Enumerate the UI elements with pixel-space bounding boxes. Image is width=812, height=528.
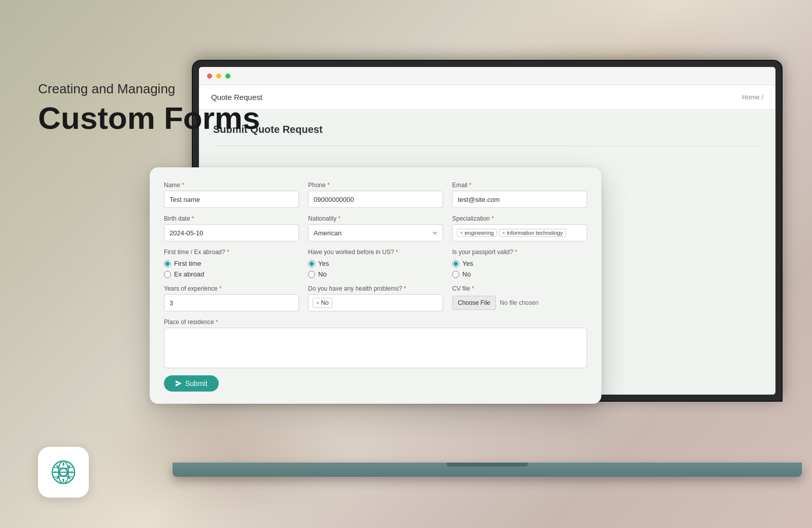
choose-file-button[interactable]: Choose File	[452, 296, 496, 310]
laptop-hinge	[447, 463, 528, 467]
phone-input[interactable]	[308, 191, 443, 208]
form-grid: Name * Phone * Email * Birth date *	[164, 182, 587, 368]
laptop-base	[173, 463, 802, 477]
nationality-select[interactable]: American	[308, 224, 443, 241]
tag-remove-no-health[interactable]: ×	[316, 300, 319, 306]
nationality-group: Nationality * American	[308, 215, 443, 241]
radio-ex-abroad-label: Ex abroad	[174, 270, 204, 278]
file-chosen-text: No file chosen	[500, 299, 538, 306]
tag-engineering: × engineering	[457, 229, 497, 237]
breadcrumb: Home /	[742, 93, 763, 101]
passport-valid-group: Is your passport valid? * Yes No	[452, 249, 587, 278]
name-label: Name *	[164, 182, 299, 189]
browser-minimize	[216, 74, 221, 79]
residence-label: Place of residence *	[164, 319, 587, 326]
birth-date-input[interactable]	[164, 224, 299, 241]
health-problems-group: Do you have any health problems? * × No	[308, 285, 443, 311]
first-time-label: First time / Ex abroad? *	[164, 249, 299, 256]
form-card: Name * Phone * Email * Birth date *	[150, 167, 601, 404]
passport-radio-group: Yes No	[452, 258, 587, 278]
first-time-group: First time / Ex abroad? * First time Ex …	[164, 249, 299, 278]
worked-us-group: Have you worked before in US? * Yes No	[308, 249, 443, 278]
left-panel: Creating and Managing Custom Forms	[38, 81, 260, 135]
name-group: Name *	[164, 182, 299, 208]
browser-header	[199, 67, 775, 85]
app-icon	[38, 447, 89, 498]
radio-passport-no[interactable]: No	[452, 270, 587, 278]
subtitle: Creating and Managing	[38, 81, 260, 97]
years-exp-label: Years of experience *	[164, 285, 299, 292]
worked-us-label: Have you worked before in US? *	[308, 249, 443, 256]
radio-first-time[interactable]: First time	[164, 260, 299, 267]
radio-first-time-label: First time	[174, 260, 201, 267]
radio-worked-yes[interactable]: Yes	[308, 260, 443, 267]
email-label: Email *	[452, 182, 587, 189]
radio-worked-no-input[interactable]	[308, 271, 315, 278]
radio-passport-no-input[interactable]	[452, 271, 459, 278]
years-exp-group: Years of experience *	[164, 285, 299, 311]
tag-no-health: × No	[313, 298, 332, 308]
phone-group: Phone *	[308, 182, 443, 208]
tag-remove-info-tech[interactable]: ×	[502, 230, 505, 236]
tag-info-tech: × information technology	[499, 229, 566, 237]
radio-passport-yes[interactable]: Yes	[452, 260, 587, 267]
radio-worked-yes-input[interactable]	[308, 260, 315, 267]
health-tag-label: No	[321, 299, 328, 306]
health-problems-label: Do you have any health problems? *	[308, 285, 443, 292]
radio-worked-no[interactable]: No	[308, 270, 443, 278]
submit-label: Submit	[185, 379, 208, 388]
tag-remove-engineering[interactable]: ×	[460, 230, 463, 236]
residence-textarea[interactable]	[164, 328, 587, 368]
submit-button[interactable]: Submit	[164, 375, 219, 392]
nationality-label: Nationality *	[308, 215, 443, 222]
radio-passport-yes-input[interactable]	[452, 260, 459, 267]
phone-label: Phone *	[308, 182, 443, 189]
cv-file-input-wrapper: Choose File No file chosen	[452, 294, 587, 311]
email-input[interactable]	[452, 191, 587, 208]
radio-ex-abroad[interactable]: Ex abroad	[164, 270, 299, 278]
specialization-tags[interactable]: × engineering × information technology	[452, 224, 587, 241]
main-title: Custom Forms	[38, 101, 260, 135]
radio-worked-yes-label: Yes	[318, 260, 329, 267]
years-exp-input[interactable]	[164, 294, 299, 311]
cv-file-label: CV file *	[452, 285, 587, 292]
name-input[interactable]	[164, 191, 299, 208]
radio-first-time-input[interactable]	[164, 260, 171, 267]
worked-us-radio-group: Yes No	[308, 258, 443, 278]
email-group: Email *	[452, 182, 587, 208]
radio-worked-no-label: No	[318, 270, 327, 278]
radio-passport-yes-label: Yes	[462, 260, 473, 267]
health-problems-tags[interactable]: × No	[308, 294, 443, 311]
passport-valid-label: Is your passport valid? *	[452, 249, 587, 256]
specialization-label: Specialization *	[452, 215, 587, 222]
browser-maximize	[225, 74, 230, 79]
divider	[213, 146, 761, 146]
birth-date-group: Birth date *	[164, 215, 299, 241]
page-title: Submit Quote Request	[213, 124, 761, 135]
first-time-radio-group: First time Ex abroad	[164, 258, 299, 278]
birth-date-label: Birth date *	[164, 215, 299, 222]
residence-group: Place of residence *	[164, 319, 587, 368]
browser-close	[207, 74, 212, 79]
radio-passport-no-label: No	[462, 270, 471, 278]
submit-icon	[175, 380, 182, 387]
radio-ex-abroad-input[interactable]	[164, 271, 171, 278]
cv-file-group: CV file * Choose File No file chosen	[452, 285, 587, 311]
app-header: Quote Request Home /	[199, 85, 775, 110]
specialization-group: Specialization * × engineering × informa…	[452, 215, 587, 241]
